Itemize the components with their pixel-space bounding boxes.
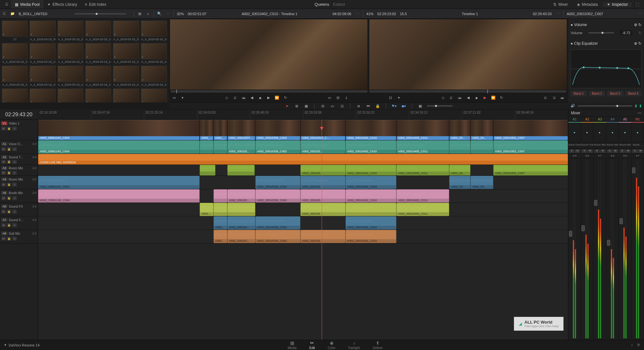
link-icon[interactable]: ⚯ [365, 103, 371, 109]
clip[interactable]: A002_03010339_C002 [255, 176, 300, 189]
track[interactable]: A003_03061240_C004A002_03010339_C002A002… [38, 176, 568, 189]
volume-slider[interactable] [588, 32, 614, 33]
clip[interactable]: A002_030103... [300, 176, 346, 189]
home-icon[interactable]: ⌂ [631, 343, 633, 347]
channel-meter[interactable] [606, 158, 619, 340]
clip-thumbnail[interactable]: ♪A_4_2018-03-19_1031_... [2, 89, 28, 102]
mute-button[interactable]: M [1, 223, 6, 227]
clip[interactable] [213, 189, 227, 203]
clip-thumbnail[interactable]: ♪A_4_2018-03-19_1014_... [85, 43, 111, 59]
solo-button[interactable]: S [632, 149, 638, 153]
clip[interactable]: A003_03061240_C004 [38, 120, 200, 140]
volume-section-header[interactable]: ● Volume ⊕ ↻ [571, 21, 641, 28]
clip[interactable]: A002_... [200, 120, 213, 140]
clip[interactable]: A002_03010405_C011 [396, 140, 450, 154]
last-frame-icon[interactable]: ⏭ [560, 95, 565, 101]
clip[interactable]: A002... [213, 216, 227, 230]
solo-button[interactable]: S [594, 149, 600, 153]
lock-button[interactable]: 🔒 [7, 127, 11, 130]
mute-button[interactable]: M [613, 149, 618, 153]
fader-handle[interactable] [632, 167, 635, 173]
clip[interactable]: A002_030103... [300, 230, 346, 243]
mute-button[interactable]: M [625, 149, 631, 153]
menu-icon[interactable]: ☰ [3, 0, 11, 9]
clip-thumbnail[interactable]: ♪A_4_2018-03-19_1012_... [30, 43, 55, 59]
clip[interactable]: A003_03061240_C004 [38, 140, 200, 154]
mute-button[interactable]: M [638, 149, 643, 153]
clip[interactable]: A002_03010352_C007 [493, 165, 568, 175]
clip-thumbnail[interactable]: ♪A_4_2018-03-19_1020_... [141, 43, 167, 59]
channel-meter[interactable] [631, 158, 644, 340]
clip[interactable]: A002_03... [449, 176, 470, 189]
reset-icon[interactable]: ↻ [638, 41, 641, 46]
clip[interactable] [200, 165, 215, 175]
clip[interactable]: A002_03010405_C011 [396, 189, 450, 203]
lock-button[interactable]: 🔒 [7, 210, 11, 213]
source-mode-icon[interactable]: ▭ [171, 95, 177, 101]
stop-icon[interactable]: ■ [257, 95, 263, 101]
media-pool-tab[interactable]: ▦ Media Pool [11, 0, 43, 9]
track-tag[interactable]: A7 [1, 218, 7, 222]
page-tab-color[interactable]: ◉Color [328, 340, 336, 350]
eq-band-button[interactable]: Band 3 [607, 91, 623, 96]
timeline-name[interactable]: Timeline 1 [409, 12, 531, 16]
clip[interactable]: A002_03010352_C007 [493, 140, 568, 154]
clip[interactable] [213, 203, 227, 216]
track[interactable]: A003_03061240_C004A002_...A002_...A002_0… [38, 120, 568, 140]
clip[interactable]: A002_03... [449, 165, 470, 175]
solo-button[interactable]: S [582, 149, 587, 153]
mute-button[interactable]: M [575, 149, 580, 153]
clip[interactable]: A002_030103... [227, 140, 255, 154]
clip[interactable]: A002_03... [449, 120, 470, 140]
clip[interactable]: A002_030103... [300, 140, 346, 154]
loop-icon[interactable]: ↻ [282, 95, 288, 101]
insert-clip-icon[interactable]: ⊟ [320, 103, 326, 109]
clip[interactable]: M003_03061240_C004 [38, 189, 200, 203]
crop-icon[interactable]: ⊡ [388, 95, 393, 101]
clip[interactable]: A002_03010339_C002 [255, 189, 300, 203]
settings-icon[interactable]: ⚙ [637, 343, 640, 347]
track-tag[interactable]: A1 [1, 142, 7, 146]
lock-icon[interactable]: 🔒 [375, 103, 381, 109]
timeline-view-icon[interactable]: ▦ [417, 103, 423, 109]
clip-thumbnail[interactable]: ♪A_4_2018-03-19_1024_... [58, 66, 83, 82]
track-tag[interactable]: A8 [1, 232, 7, 235]
fader-handle[interactable] [582, 225, 585, 231]
solo-button[interactable]: ◇ [12, 210, 17, 213]
eq-section-header[interactable]: ● Clip Equalizer ⊕ ↻ [571, 40, 641, 47]
clip-thumbnail[interactable]: ♪A_4_2018-03-19_1038_... [113, 89, 139, 102]
track-header[interactable]: A8Sub Mic2.0M🔒◇ [0, 230, 38, 243]
insert-icon[interactable]: ⊟ [335, 95, 341, 101]
lock-button[interactable]: 🔒 [7, 183, 11, 186]
goto-in-icon[interactable]: ⊏ [543, 95, 549, 101]
chevron-down-icon[interactable]: ▾ [180, 95, 185, 101]
clip[interactable] [213, 140, 227, 154]
page-tab-edit[interactable]: ✂Edit [309, 340, 315, 350]
clip[interactable]: A002_... [213, 120, 227, 140]
source-zoom[interactable]: 32% [175, 12, 186, 16]
track-header[interactable]: A3Room Mic2.0M🔒◇ [0, 165, 38, 176]
timeline-scrubber[interactable] [369, 90, 566, 93]
pan-control[interactable] [593, 123, 606, 142]
zoom-slider[interactable] [427, 105, 453, 107]
timeline-viewer[interactable] [369, 19, 567, 90]
solo-button[interactable]: S [620, 149, 625, 153]
clip[interactable] [227, 165, 255, 175]
solo-button[interactable]: ◇ [12, 160, 17, 164]
goto-out-icon[interactable]: ⊐ [551, 95, 557, 101]
bin-icon[interactable]: 📁 [8, 10, 17, 18]
clip-thumbnail[interactable]: ♪A_4_2018-03-19_1026_... [113, 66, 139, 82]
volume-value[interactable]: -8.72 [620, 30, 633, 35]
playhead[interactable] [322, 120, 322, 340]
clip[interactable] [449, 140, 470, 154]
clip-thumbnail[interactable]: ♪A_4_2018-03-19_1011_... [2, 43, 28, 59]
clip-thumbnail[interactable]: ♪A_4_2018-03-19_0095_... [30, 21, 55, 37]
lock-button[interactable]: 🔒 [7, 171, 11, 175]
add-icon[interactable]: ⊕ [634, 23, 637, 27]
clip[interactable]: A002_03010339_C002 [255, 216, 300, 230]
db-value[interactable]: 0.0 [619, 154, 631, 158]
solo-button[interactable]: ◇ [12, 127, 17, 130]
source-more-icon[interactable]: ⋯ [353, 10, 362, 18]
overwrite-icon[interactable]: ▭ [327, 95, 332, 101]
timeline-ruler[interactable]: 02:16:10:0902:18:47:2402:21:25:1402:24:0… [38, 109, 568, 120]
